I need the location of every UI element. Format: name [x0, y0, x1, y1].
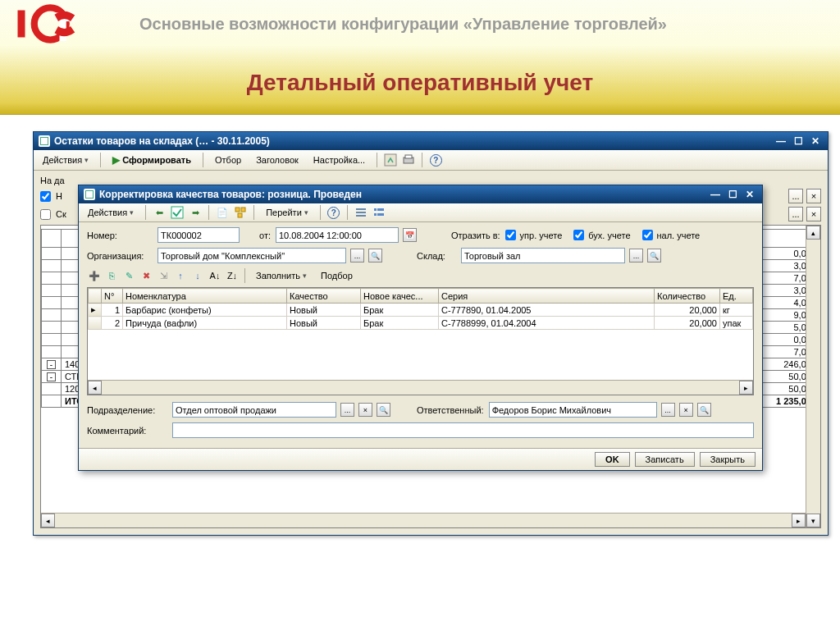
actions-menu[interactable]: Действия▾ — [82, 205, 139, 220]
fill-menu[interactable]: Заполнить▾ — [250, 268, 313, 283]
save-icon[interactable] — [383, 153, 398, 167]
grid-hscroll[interactable]: ◂▸ — [88, 380, 753, 395]
copy-row-icon[interactable]: ⎘ — [104, 268, 119, 283]
clear-button-2[interactable]: × — [806, 207, 821, 221]
help-icon[interactable]: ? — [428, 153, 443, 167]
warehouse-search-icon[interactable]: 🔍 — [647, 249, 661, 262]
svg-rect-4 — [385, 154, 396, 166]
scroll-down-icon[interactable]: ▾ — [806, 514, 820, 527]
col-newqual[interactable]: Новое качес... — [361, 289, 439, 304]
filter-button[interactable]: Отбор — [209, 153, 247, 167]
svg-rect-12 — [356, 212, 366, 213]
svg-rect-16 — [374, 213, 377, 216]
close-button[interactable]: Закрыть — [700, 452, 756, 467]
header-button[interactable]: Заголовок — [250, 153, 304, 167]
resp-clear-icon[interactable]: × — [679, 403, 693, 417]
resp-input[interactable]: Федоров Борис Михайлович — [489, 402, 657, 418]
warehouse-select-icon[interactable]: ... — [629, 249, 643, 262]
svg-rect-13 — [356, 215, 366, 217]
clear-button-1[interactable]: × — [806, 189, 821, 203]
ok-button[interactable]: OK — [595, 452, 630, 467]
comment-input[interactable] — [172, 422, 754, 438]
resp-label: Ответственный: — [417, 405, 484, 415]
minimize-button[interactable]: — — [708, 188, 723, 201]
grid-row[interactable]: 2Причуда (вафли)НовыйБракС-7788999, 01.0… — [89, 317, 753, 330]
settings-icon[interactable] — [372, 205, 386, 220]
end-icon[interactable]: ⇲ — [156, 268, 171, 283]
svg-rect-15 — [377, 208, 384, 211]
grid: N° Номенклатура Качество Новое качес... … — [87, 287, 754, 395]
upr-checkbox[interactable]: упр. учете — [505, 230, 563, 240]
svg-rect-0 — [18, 11, 25, 38]
maximize-button[interactable]: ☐ — [725, 188, 740, 201]
grid-row[interactable]: ▸1Барбарис (конфеты)НовыйБракС-777890, 0… — [89, 304, 753, 317]
dept-search-icon[interactable]: 🔍 — [377, 403, 390, 417]
org-search-icon[interactable]: 🔍 — [368, 249, 382, 262]
report-titlebar[interactable]: Остатки товаров на складах (… - 30.11.20… — [34, 132, 828, 150]
help-icon[interactable]: ? — [326, 205, 341, 220]
save-button[interactable]: Записать — [635, 452, 695, 467]
grid-toolbar: ➕ ⎘ ✎ ✖ ⇲ ↑ ↓ A↓ Z↓ Заполнить▾ Подбор — [87, 268, 754, 283]
add-row-icon[interactable]: ➕ — [87, 268, 102, 283]
col-nom[interactable]: Номенклатура — [123, 289, 287, 304]
resp-select-icon[interactable]: ... — [661, 403, 675, 417]
buh-checkbox[interactable]: бух. учете — [573, 230, 630, 240]
nal-checkbox[interactable]: нал. учете — [642, 230, 701, 240]
more-button-1[interactable]: ... — [788, 189, 803, 203]
calendar-icon[interactable]: 📅 — [403, 228, 417, 242]
button-bar: OK Записать Закрыть — [79, 448, 762, 470]
correction-titlebar[interactable]: Корректировка качества товаров: розница.… — [79, 185, 762, 203]
scroll-right-icon[interactable]: ▸ — [792, 514, 806, 527]
close-button[interactable]: ✕ — [742, 188, 757, 201]
number-input[interactable]: ТК000002 — [158, 227, 240, 243]
forward-icon[interactable]: ➡ — [188, 205, 203, 220]
move-down-icon[interactable]: ↓ — [190, 268, 205, 283]
delete-row-icon[interactable]: ✖ — [139, 268, 153, 283]
svg-rect-10 — [238, 213, 242, 217]
dept-input[interactable]: Отдел оптовой продажи — [172, 402, 336, 418]
org-input[interactable]: Торговый дом "Комплексный" — [158, 248, 346, 263]
filter1-checkbox[interactable] — [40, 191, 51, 202]
resp-search-icon[interactable]: 🔍 — [697, 403, 711, 417]
list-icon[interactable] — [354, 205, 368, 220]
horizontal-scrollbar[interactable]: ◂ ▸ — [41, 513, 806, 527]
col-n[interactable]: N° — [102, 289, 123, 304]
vertical-scrollbar[interactable]: ▴ ▾ — [806, 226, 820, 527]
col-unit[interactable]: Ед. — [720, 289, 753, 304]
form-button[interactable]: ▶Сформировать — [107, 152, 197, 168]
post-icon[interactable] — [170, 205, 185, 220]
back-icon[interactable]: ⬅ — [152, 205, 167, 220]
print-icon[interactable] — [401, 153, 416, 167]
edit-row-icon[interactable]: ✎ — [121, 268, 136, 283]
reflect-label: Отразить в: — [451, 231, 500, 240]
sort-asc-icon[interactable]: A↓ — [208, 268, 222, 283]
settings-button[interactable]: Настройка... — [308, 153, 371, 167]
filter2-label: Ск — [56, 209, 66, 219]
struct-icon[interactable] — [233, 205, 248, 220]
col-qual[interactable]: Качество — [287, 289, 361, 304]
warehouse-input[interactable]: Торговый зал — [461, 248, 625, 263]
svg-rect-8 — [235, 208, 240, 212]
col-series[interactable]: Серия — [439, 289, 655, 304]
move-up-icon[interactable]: ↑ — [173, 268, 188, 283]
goto-menu[interactable]: Перейти▾ — [260, 205, 314, 220]
col-qty[interactable]: Количество — [655, 289, 720, 304]
maximize-button[interactable]: ☐ — [791, 135, 806, 148]
doc-icon[interactable]: 📄 — [215, 205, 230, 220]
correction-window: Корректировка качества товаров: розница.… — [78, 185, 763, 471]
pick-button[interactable]: Подбор — [315, 268, 358, 283]
close-button[interactable]: ✕ — [808, 135, 823, 148]
filter2-checkbox[interactable] — [40, 209, 51, 220]
scroll-up-icon[interactable]: ▴ — [806, 226, 820, 240]
sort-desc-icon[interactable]: Z↓ — [225, 268, 240, 283]
logo-1c — [16, 3, 90, 44]
more-button-2[interactable]: ... — [788, 207, 803, 221]
minimize-button[interactable]: — — [774, 135, 788, 148]
dept-select-icon[interactable]: ... — [340, 403, 354, 417]
dept-clear-icon[interactable]: × — [358, 403, 372, 417]
correction-title: Корректировка качества товаров: розница.… — [99, 189, 362, 200]
date-input[interactable]: 10.08.2004 12:00:00 — [276, 227, 399, 243]
actions-menu[interactable]: Действия▾ — [37, 153, 94, 167]
org-select-icon[interactable]: ... — [350, 249, 364, 262]
scroll-left-icon[interactable]: ◂ — [41, 514, 55, 527]
